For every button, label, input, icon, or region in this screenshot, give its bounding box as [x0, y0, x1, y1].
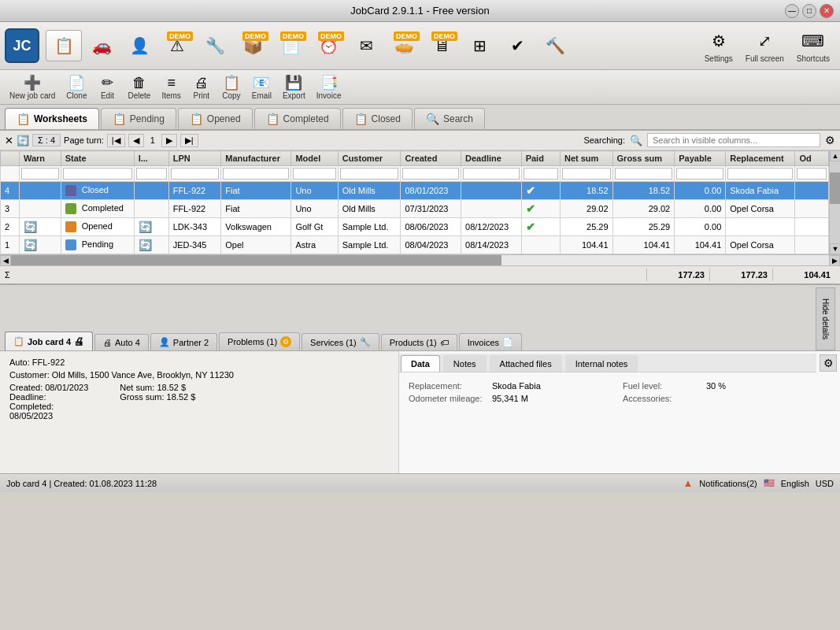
scroll-thumb[interactable] — [830, 172, 840, 204]
items-button[interactable]: ≡ Items — [157, 72, 185, 102]
copy-icon: 📋 — [223, 74, 240, 91]
scroll-left-arrow[interactable]: ◀ — [0, 255, 11, 266]
fullscreen-button[interactable]: ⤢ Full screen — [740, 25, 790, 66]
table-row[interactable]: 2 🔄 Opened 🔄 LDK-343 Volkswagen Golf Gt … — [1, 218, 829, 236]
clone-button[interactable]: 📄 Clone — [61, 72, 91, 102]
col-created: Created — [401, 151, 461, 166]
new-job-card-button[interactable]: ➕ New job card — [5, 72, 60, 102]
close-filter-icon[interactable]: ✕ — [5, 135, 13, 146]
toolbar-partners[interactable]: 👤 — [121, 30, 157, 61]
tab-completed[interactable]: 📋 Completed — [254, 108, 341, 129]
delete-button[interactable]: 🗑 Delete — [124, 72, 156, 102]
bottom-tab-invoices[interactable]: Invoices 📄 — [459, 333, 522, 350]
filter-i-input[interactable] — [136, 168, 167, 180]
h-scroll-thumb[interactable] — [11, 255, 501, 265]
detail-tab-internal-notes[interactable]: Internal notes — [565, 355, 638, 372]
search-input[interactable] — [647, 133, 820, 147]
filter-warn-input[interactable] — [21, 168, 59, 180]
toolbar-check[interactable]: ✔ — [499, 30, 535, 61]
new-job-card-label: New job card — [9, 91, 55, 100]
maximize-button[interactable]: □ — [802, 4, 816, 18]
email-button[interactable]: 📧 Email — [247, 72, 276, 102]
export-button[interactable]: 💾 Export — [278, 72, 310, 102]
toolbar-alerts[interactable]: ⚠ DEMO — [159, 30, 195, 61]
hide-details-button[interactable]: Hide details — [816, 287, 835, 350]
currency-text[interactable]: USD — [816, 479, 834, 488]
last-page-button[interactable]: ▶| — [180, 134, 198, 147]
tab-worksheets[interactable]: 📋 Worksheets — [5, 108, 99, 129]
toolbar-monitor[interactable]: 🖥 DEMO — [424, 30, 460, 61]
sum-bar: Σ 177.23 177.23 104.41 — [0, 265, 840, 284]
print-button[interactable]: 🖨 Print — [187, 72, 216, 102]
toolbar-email[interactable]: ✉ — [348, 30, 384, 61]
table-scroll[interactable]: Warn State I... LPN Manufacturer Model C… — [0, 150, 829, 254]
tab-pending[interactable]: 📋 Pending — [101, 108, 176, 129]
language-text[interactable]: English — [781, 479, 809, 488]
bottom-tab-services-1[interactable]: Services (1) 🔧 — [302, 333, 379, 350]
filter-deadline-input[interactable] — [463, 168, 520, 180]
bottom-tab-problems-1[interactable]: Problems (1) ⚙ — [219, 332, 300, 350]
toolbar-pie[interactable]: 🥧 DEMO — [386, 30, 422, 61]
bottom-tab-products-1[interactable]: Products (1) 🏷 — [381, 334, 457, 350]
prev-page-button[interactable]: ◀ — [128, 134, 144, 147]
toolbar-tools2[interactable]: 🔨 — [537, 30, 573, 61]
filter-manufacturer-input[interactable] — [223, 168, 289, 180]
filter-payable-input[interactable] — [676, 168, 723, 180]
edit-button[interactable]: ✏ Edit — [94, 72, 122, 102]
toolbar-delivery[interactable]: 🚗 — [83, 30, 120, 61]
notifications-text[interactable]: Notifications(2) — [699, 479, 757, 488]
table-row[interactable]: 4 Closed FFL-922 Fiat Uno Old Mills 08/0… — [1, 182, 829, 200]
cell-replacement: Skoda Fabia — [726, 182, 795, 200]
filter-replacement-input[interactable] — [727, 168, 793, 180]
vertical-scrollbar[interactable]: ▲ ▼ — [829, 150, 840, 254]
toolbar-grid[interactable]: ⊞ — [461, 30, 498, 61]
filter-lpn-input[interactable] — [171, 168, 220, 180]
toolbar-clock[interactable]: ⏰ DEMO — [310, 30, 346, 61]
toolbar-cube[interactable]: 📦 DEMO — [235, 30, 271, 61]
close-button[interactable]: ✕ — [820, 4, 834, 18]
cell-i — [134, 182, 168, 200]
detail-tab-data[interactable]: Data — [401, 355, 440, 372]
scroll-down-arrow[interactable]: ▼ — [830, 243, 840, 254]
filter-model-input[interactable] — [293, 168, 335, 180]
filter-gross-sum-input[interactable] — [615, 168, 673, 180]
filter-customer-input[interactable] — [340, 168, 399, 180]
tab-closed[interactable]: 📋 Closed — [342, 108, 413, 129]
table-row[interactable]: 3 Completed FFL-922 Fiat Uno Old Mills 0… — [1, 200, 829, 218]
bottom-tab-auto-4[interactable]: 🖨 Auto 4 — [94, 334, 149, 350]
bottom-tab-partner-2[interactable]: 👤 Partner 2 — [150, 333, 217, 350]
detail-tab-attached-files[interactable]: Attached files — [490, 355, 562, 372]
detail-tab-notes[interactable]: Notes — [443, 355, 487, 372]
tab-search[interactable]: 🔍 Search — [414, 108, 485, 129]
filter-created-input[interactable] — [402, 168, 459, 180]
minimize-button[interactable]: — — [785, 4, 799, 18]
copy-button[interactable]: 📋 Copy — [217, 72, 246, 102]
toolbar-worksheets[interactable]: 📋 — [46, 30, 82, 61]
cell-customer: Old Mills — [338, 182, 401, 200]
cell-warn: 🔄 — [20, 236, 61, 254]
scroll-right-arrow[interactable]: ▶ — [829, 255, 840, 266]
scroll-up-arrow[interactable]: ▲ — [830, 150, 840, 161]
bottom-tab-job-card-4[interactable]: 📋 Job card 4 🖨 — [5, 332, 93, 350]
search-settings-icon[interactable]: ⚙ — [825, 134, 835, 146]
refresh-icon[interactable]: 🔄 — [17, 135, 29, 146]
filter-paid-input[interactable] — [524, 168, 558, 180]
cell-replacement: Opel Corsa — [726, 236, 795, 254]
status-bar: Job card 4 | Created: 01.08.2023 11:28 ▲… — [0, 473, 840, 492]
first-page-button[interactable]: |◀ — [107, 134, 125, 147]
toolbar-reports[interactable]: 📄 DEMO — [272, 30, 309, 61]
next-page-button[interactable]: ▶ — [161, 134, 177, 147]
shortcuts-button[interactable]: ⌨ Shortcuts — [791, 25, 835, 66]
tab-opened[interactable]: 📋 Opened — [178, 108, 253, 129]
table-row[interactable]: 1 🔄 Pending 🔄 JED-345 Opel Astra Sample … — [1, 236, 829, 254]
invoice-button[interactable]: 📑 Invoice — [312, 72, 346, 102]
toolbar-tools[interactable]: 🔧 — [197, 30, 233, 61]
settings-button[interactable]: ⚙ Settings — [699, 25, 738, 66]
horizontal-scrollbar[interactable]: ◀ ▶ — [0, 254, 840, 265]
cell-paid: ✔ — [521, 200, 560, 218]
closed-tab-label: Closed — [372, 113, 401, 124]
detail-settings-button[interactable]: ⚙ — [820, 354, 837, 372]
filter-state-input[interactable] — [63, 168, 132, 180]
filter-od-input[interactable] — [797, 168, 827, 180]
filter-net-sum-input[interactable] — [562, 168, 611, 180]
